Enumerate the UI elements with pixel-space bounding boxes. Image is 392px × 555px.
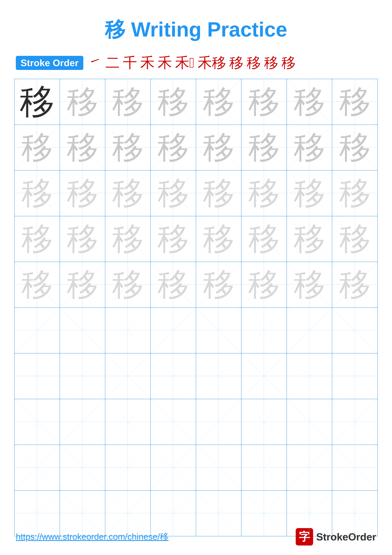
grid-cell-5-5[interactable]: 移 <box>196 262 242 307</box>
stroke-11: 移 <box>281 53 296 73</box>
grid-cell-1-6[interactable]: 移 <box>242 79 287 124</box>
grid-cell-3-2[interactable]: 移 <box>60 171 105 216</box>
grid-cell-7-2[interactable] <box>60 353 105 399</box>
grid-cell-7-8[interactable] <box>332 353 378 399</box>
practice-char: 移 <box>21 223 53 255</box>
grid-cell-4-8[interactable]: 移 <box>332 216 378 262</box>
grid-cell-7-7[interactable] <box>287 353 332 399</box>
grid-cell-2-5[interactable]: 移 <box>196 125 242 170</box>
grid-cell-4-7[interactable]: 移 <box>287 216 332 262</box>
grid-cell-2-8[interactable]: 移 <box>332 125 378 170</box>
grid-cell-9-6[interactable] <box>242 445 287 490</box>
grid-row-2: 移 移 移 移 <box>14 125 378 171</box>
grid-cell-4-3[interactable]: 移 <box>105 216 151 262</box>
grid-cell-8-4[interactable] <box>151 399 196 445</box>
grid-cell-9-7[interactable] <box>287 445 332 490</box>
grid-cell-6-7[interactable] <box>287 308 332 353</box>
grid-cell-3-4[interactable]: 移 <box>151 171 196 216</box>
svg-line-82 <box>60 308 105 353</box>
grid-cell-9-8[interactable] <box>332 445 378 490</box>
grid-cell-2-6[interactable]: 移 <box>242 125 287 170</box>
grid-cell-3-6[interactable]: 移 <box>242 171 287 216</box>
grid-cell-6-1[interactable] <box>14 308 60 353</box>
grid-cell-6-6[interactable] <box>242 308 287 353</box>
grid-cell-7-6[interactable] <box>242 353 287 399</box>
practice-char: 移 <box>67 177 98 209</box>
grid-cell-9-2[interactable] <box>60 445 105 490</box>
grid-cell-9-4[interactable] <box>151 445 196 490</box>
grid-cell-1-8[interactable]: 移 <box>332 79 378 124</box>
grid-cell-2-3[interactable]: 移 <box>105 125 151 170</box>
practice-char: 移 <box>157 269 189 301</box>
svg-line-137 <box>196 445 241 490</box>
grid-cell-6-2[interactable] <box>60 308 105 353</box>
grid-cell-7-5[interactable] <box>196 353 242 399</box>
svg-line-87 <box>151 308 196 353</box>
grid-cell-4-4[interactable]: 移 <box>151 216 196 262</box>
grid-cell-2-4[interactable]: 移 <box>151 125 196 170</box>
grid-cell-5-8[interactable]: 移 <box>332 262 378 307</box>
footer-url[interactable]: https://www.strokeorder.com/chinese/移 <box>16 531 169 543</box>
practice-char: 移 <box>67 269 98 301</box>
practice-char: 移 <box>67 86 98 118</box>
grid-cell-5-2[interactable]: 移 <box>60 262 105 307</box>
grid-cell-9-1[interactable] <box>14 445 60 490</box>
stroke-3: 千 <box>123 53 137 73</box>
grid-cell-4-2[interactable]: 移 <box>60 216 105 262</box>
grid-cell-8-1[interactable] <box>14 399 60 445</box>
practice-char: 移 <box>67 223 98 255</box>
svg-line-107 <box>242 354 286 399</box>
grid-cell-3-7[interactable]: 移 <box>287 171 332 216</box>
grid-cell-5-6[interactable]: 移 <box>242 262 287 307</box>
grid-row-3: 移 移 移 移 <box>14 171 378 216</box>
grid-cell-6-3[interactable] <box>105 308 151 353</box>
grid-cell-9-5[interactable] <box>196 445 242 490</box>
practice-char: 移 <box>339 86 371 118</box>
grid-cell-7-1[interactable] <box>14 353 60 399</box>
practice-char: 移 <box>294 177 325 209</box>
grid-cell-3-5[interactable]: 移 <box>196 171 242 216</box>
svg-line-113 <box>14 399 60 445</box>
grid-cell-7-3[interactable] <box>105 353 151 399</box>
grid-cell-3-8[interactable]: 移 <box>332 171 378 216</box>
grid-cell-8-2[interactable] <box>60 399 105 445</box>
grid-cell-5-7[interactable]: 移 <box>287 262 332 307</box>
grid-cell-8-6[interactable] <box>242 399 287 445</box>
grid-cell-6-8[interactable] <box>332 308 378 353</box>
grid-cell-8-8[interactable] <box>332 399 378 445</box>
grid-cell-8-7[interactable] <box>287 399 332 445</box>
grid-cell-3-1[interactable]: 移 <box>14 171 60 216</box>
grid-cell-4-1[interactable]: 移 <box>14 216 60 262</box>
grid-cell-8-3[interactable] <box>105 399 151 445</box>
grid-cell-9-3[interactable] <box>105 445 151 490</box>
grid-cell-5-3[interactable]: 移 <box>105 262 151 307</box>
practice-char: 移 <box>203 177 235 209</box>
grid-cell-3-3[interactable]: 移 <box>105 171 151 216</box>
grid-cell-4-5[interactable]: 移 <box>196 216 242 262</box>
practice-char: 移 <box>21 177 53 209</box>
svg-line-111 <box>332 353 378 399</box>
svg-line-102 <box>151 354 196 399</box>
grid-cell-7-4[interactable] <box>151 353 196 399</box>
svg-line-90 <box>242 308 286 353</box>
grid-cell-4-6[interactable]: 移 <box>242 216 287 262</box>
grid-cell-8-5[interactable] <box>196 399 242 445</box>
grid-cell-5-4[interactable]: 移 <box>151 262 196 307</box>
grid-cell-ref[interactable]: 移 <box>14 79 60 124</box>
grid-cell-2-1[interactable]: 移 <box>14 125 60 170</box>
grid-cell-6-4[interactable] <box>151 308 196 353</box>
svg-line-80 <box>14 308 60 353</box>
practice-char: 移 <box>248 86 280 118</box>
grid-cell-1-4[interactable]: 移 <box>151 79 196 124</box>
grid-cell-5-1[interactable]: 移 <box>14 262 60 307</box>
grid-cell-1-2[interactable]: 移 <box>60 79 105 124</box>
grid-cell-1-7[interactable]: 移 <box>287 79 332 124</box>
practice-char: 移 <box>203 223 235 255</box>
grid-cell-2-2[interactable]: 移 <box>60 125 105 170</box>
practice-char: 移 <box>339 132 371 163</box>
grid-cell-1-5[interactable]: 移 <box>196 79 242 124</box>
svg-line-103 <box>151 354 196 399</box>
grid-cell-1-3[interactable]: 移 <box>105 79 151 124</box>
grid-cell-2-7[interactable]: 移 <box>287 125 332 170</box>
grid-cell-6-5[interactable] <box>196 308 242 353</box>
